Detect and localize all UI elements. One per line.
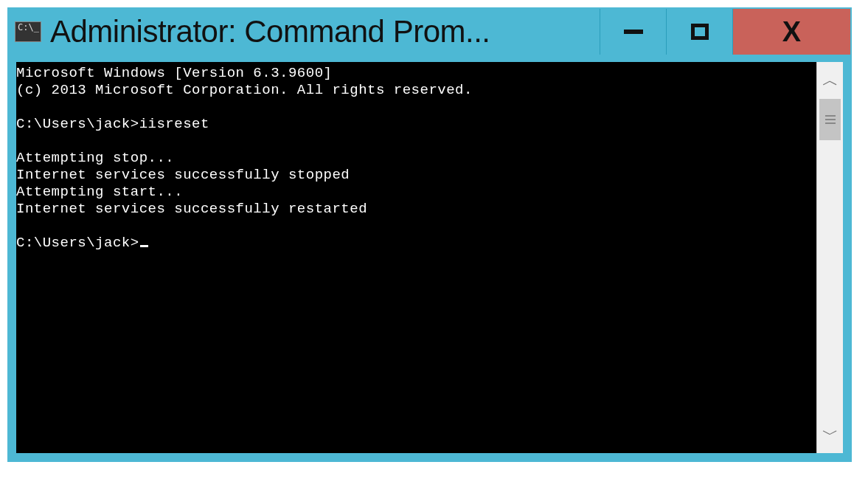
scroll-thumb[interactable]: [819, 99, 841, 140]
close-icon: X: [782, 18, 801, 46]
chevron-down-icon: ﹀: [822, 424, 839, 446]
vertical-scrollbar[interactable]: ︿ ﹀: [816, 62, 843, 453]
scroll-up-button[interactable]: ︿: [817, 62, 843, 99]
cursor: [140, 245, 148, 247]
window-title: Administrator: Command Prom...: [50, 14, 600, 49]
scroll-track[interactable]: [817, 99, 843, 416]
minimize-button[interactable]: [600, 9, 666, 55]
maximize-button[interactable]: [666, 9, 732, 55]
chevron-up-icon: ︿: [822, 69, 839, 92]
cmd-icon-text: C:\_: [18, 23, 39, 32]
client-area: Microsoft Windows [Version 6.3.9600] (c)…: [9, 55, 850, 460]
minimize-icon: [624, 30, 643, 34]
command-prompt-window: C:\_ Administrator: Command Prom... X Mi…: [7, 7, 852, 462]
console-output[interactable]: Microsoft Windows [Version 6.3.9600] (c)…: [16, 62, 816, 453]
thumb-grip-icon: [825, 115, 836, 124]
window-controls: X: [600, 9, 850, 55]
maximize-icon: [691, 24, 709, 40]
scroll-down-button[interactable]: ﹀: [817, 416, 843, 453]
close-button[interactable]: X: [732, 9, 850, 55]
titlebar[interactable]: C:\_ Administrator: Command Prom... X: [9, 9, 850, 55]
cmd-icon: C:\_: [15, 21, 41, 42]
